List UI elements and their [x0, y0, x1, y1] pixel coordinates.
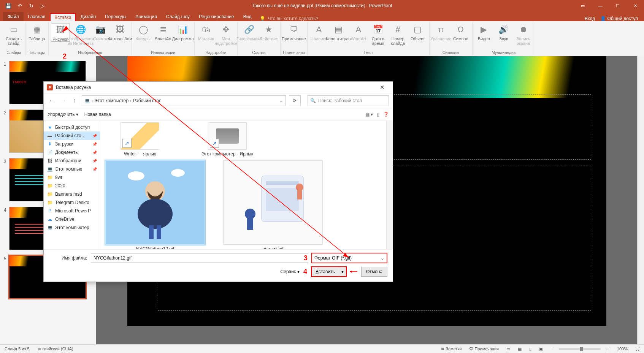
close-icon[interactable]: ✕	[627, 0, 644, 11]
tab-review[interactable]: Рецензирование	[194, 12, 239, 21]
sidebar-item[interactable]: ⬇Загрузки📌	[44, 140, 100, 148]
sidebar-item[interactable]: 📁Banners msd	[44, 190, 100, 198]
minimize-icon[interactable]: —	[592, 0, 609, 11]
maximize-icon[interactable]: ☐	[609, 0, 627, 11]
sidebar-item[interactable]: ☁OneDrive	[44, 215, 100, 223]
language-indicator[interactable]: английский (США)	[36, 347, 75, 351]
fit-to-window-icon[interactable]: ⛶	[634, 347, 641, 351]
sorter-view-icon[interactable]: ▦	[516, 347, 523, 351]
slideshow-view-icon[interactable]: ▣	[538, 347, 544, 351]
dialog-search-input[interactable]: 🔍 Поиск: Рабочий стол	[308, 95, 389, 106]
ribbon-display-icon[interactable]: ▭	[574, 0, 592, 11]
ribbon-button[interactable]: 🔊Звук	[495, 24, 513, 41]
ribbon-button[interactable]: ▦Таблица	[28, 24, 46, 41]
ribbon-button[interactable]: ★Действие	[260, 24, 278, 41]
share-button[interactable]: 👤 Общий доступ	[600, 16, 638, 21]
zoom-in-icon[interactable]: +	[605, 347, 611, 351]
sidebar-item[interactable]: 📁9wr	[44, 173, 100, 182]
ribbon-button[interactable]: ▭Создать слайд	[5, 24, 23, 46]
dialog-close-icon[interactable]: ✕	[374, 84, 390, 91]
ribbon-button[interactable]: 🗨Примечание	[285, 24, 303, 41]
sidebar-item[interactable]: 📁Telegram Deskto	[44, 198, 100, 207]
chevron-down-icon: ⌄	[381, 255, 384, 261]
new-folder-button[interactable]: Новая папка	[84, 112, 111, 117]
sidebar-item[interactable]: ★Быстрый доступ	[44, 123, 100, 131]
vertical-scrollbar[interactable]	[637, 56, 644, 345]
file-item[interactable]: ↗Этот компьютер - Ярлык	[193, 122, 262, 157]
breadcrumb[interactable]: 💻 › Этот компьютер › Рабочий стол ⌄	[82, 95, 286, 106]
preview-pane-icon[interactable]: ▯	[377, 112, 379, 117]
nav-back-icon[interactable]: ←	[48, 97, 56, 104]
chevron-down-icon[interactable]: ⌄	[279, 98, 283, 103]
reading-view-icon[interactable]: ▯	[528, 347, 533, 351]
sign-in-link[interactable]: Вход	[585, 16, 595, 21]
tab-home[interactable]: Главная	[24, 12, 50, 21]
file-item[interactable]: ↗Writer — ярлык	[106, 122, 174, 157]
ribbon-button[interactable]: ◯Фигуры	[134, 24, 152, 41]
comments-button[interactable]: 🗨 Примечания	[468, 347, 500, 351]
tools-menu[interactable]: Сервис ▾	[281, 269, 300, 274]
insert-button[interactable]: Вставить ▾	[311, 266, 347, 277]
ribbon-button[interactable]: 🛍Магазин	[197, 24, 215, 41]
view-options-icon[interactable]: ▦ ▾	[365, 112, 373, 117]
sidebar-item[interactable]: ▬Рабочий сто…📌	[44, 131, 100, 140]
notes-button[interactable]: ≐ Заметки	[439, 347, 463, 351]
filetype-select[interactable]: Формат GIF (*.gif) ⌄	[311, 253, 387, 263]
ribbon-button[interactable]: ≣SmartArt	[154, 24, 172, 41]
nav-up-icon[interactable]: ↑	[70, 97, 79, 104]
cancel-button[interactable]: Отмена	[361, 267, 387, 277]
file-list[interactable]: ↗Writer — ярлык↗Этот компьютер - Ярлык N…	[100, 121, 386, 249]
tab-insert[interactable]: Вставка	[50, 13, 76, 21]
ribbon-button[interactable]: 📊Диаграмма	[174, 24, 192, 41]
file-item[interactable]: NYCGifathon12.gif	[106, 160, 205, 249]
sidebar-item[interactable]: 🖼Изображени📌	[44, 157, 100, 165]
ribbon-button[interactable]: ▤Колонтитулы	[330, 24, 348, 41]
organize-menu[interactable]: Упорядочить ▾	[48, 112, 78, 117]
ribbon-button[interactable]: AНадпись	[310, 24, 328, 41]
ribbon-button[interactable]: ✥Мои надстройки	[217, 24, 235, 46]
ribbon-button[interactable]: ▢Объект	[409, 24, 427, 41]
sidebar-item[interactable]: PMicrosoft PowerP	[44, 207, 100, 215]
tab-design[interactable]: Дизайн	[76, 12, 100, 21]
nav-forward-icon[interactable]: →	[59, 97, 67, 104]
help-icon[interactable]: ❓	[383, 112, 389, 117]
tab-slideshow[interactable]: Слайд-шоу	[162, 12, 194, 21]
ribbon-button[interactable]: ΩСимвол	[452, 24, 470, 41]
insert-dropdown-icon[interactable]: ▾	[339, 269, 346, 274]
sidebar-item[interactable]: 📄Документы📌	[44, 148, 100, 157]
dialog-scrollbar[interactable]	[386, 121, 393, 249]
tell-me-search[interactable]: 💡 Что вы хотите сделать?	[260, 16, 318, 21]
ribbon-button[interactable]: 🌐Изображения из Интернета	[71, 24, 90, 46]
save-icon[interactable]: 💾	[3, 0, 14, 11]
tab-view[interactable]: Вид	[239, 12, 256, 21]
zoom-slider[interactable]	[559, 348, 601, 350]
sidebar-item[interactable]: 💻Этот компью📌	[44, 165, 100, 173]
ribbon-button[interactable]: 🖼Фотоальбом	[111, 24, 129, 41]
ribbon-button[interactable]: 📅Дата и время	[369, 24, 387, 46]
sidebar-item[interactable]: 📁2020	[44, 182, 100, 190]
annotation-3: 3	[304, 254, 308, 262]
tab-transitions[interactable]: Переходы	[100, 12, 131, 21]
zoom-out-icon[interactable]: −	[549, 347, 554, 351]
ribbon-button[interactable]: ▶Видео	[475, 24, 493, 41]
slide-counter[interactable]: Слайд 5 из 5	[3, 347, 31, 351]
ribbon-button[interactable]: ⏺Запись экрана	[514, 24, 533, 46]
ribbon-button[interactable]: #Номер слайда	[389, 24, 407, 46]
zoom-level[interactable]: 100%	[615, 347, 629, 351]
shortcut-icon: ↗	[122, 139, 132, 148]
ribbon-button[interactable]: AWordArt	[349, 24, 368, 41]
redo-icon[interactable]: ↻	[26, 0, 36, 11]
dialog-footer: Имя файла: 3 Формат GIF (*.gif) ⌄ Сервис…	[44, 249, 393, 282]
file-item[interactable]: анализ.gif	[224, 160, 322, 249]
ribbon-button[interactable]: πУравнение	[432, 24, 450, 41]
sidebar-item[interactable]: 💻Этот компьютер	[44, 223, 100, 232]
refresh-icon[interactable]: ⟳	[289, 95, 301, 106]
normal-view-icon[interactable]: ▭	[505, 347, 512, 351]
tab-animations[interactable]: Анимация	[131, 12, 161, 21]
tab-file[interactable]: Файл	[3, 12, 24, 21]
filename-input[interactable]	[91, 253, 308, 263]
start-from-beginning-icon[interactable]: ▷	[37, 0, 48, 11]
undo-icon[interactable]: ↶	[14, 0, 25, 11]
ribbon-button[interactable]: 🔗Гиперссылка	[240, 24, 258, 41]
ribbon-button[interactable]: 📷Снимок	[91, 24, 109, 41]
